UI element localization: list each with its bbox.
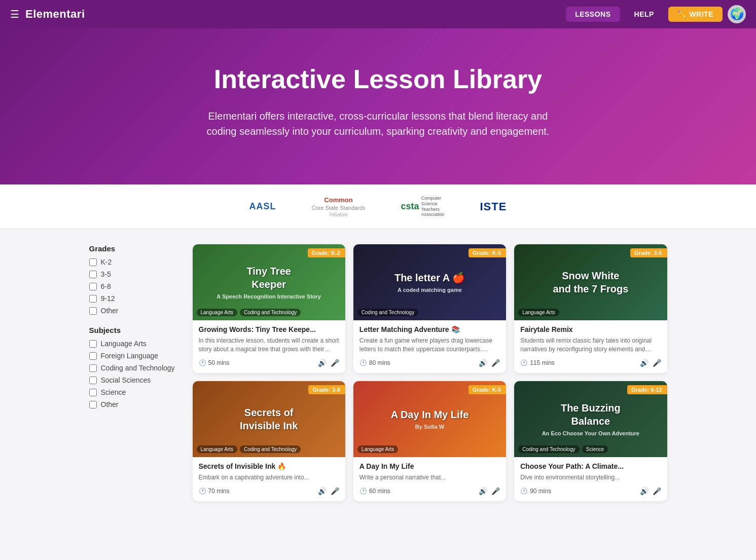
- subject-checkbox-science[interactable]: [89, 389, 97, 396]
- card-title: Choose Your Path: A Climate...: [520, 462, 661, 470]
- card-footer: 🕐 60 mins 🔊 🎤: [359, 487, 500, 495]
- mic-icon[interactable]: 🎤: [491, 359, 500, 367]
- lesson-card-day-in-my-life[interactable]: A Day In My Life By Sofia W Grade: K-5 L…: [353, 381, 506, 501]
- card-footer: 🕐 50 mins 🔊 🎤: [199, 359, 339, 367]
- grade-filter-item-3-5[interactable]: 3-5: [89, 270, 181, 278]
- card-body: A Day In My Life Write a personal narrat…: [353, 457, 506, 501]
- grade-filter-item-k2[interactable]: K-2: [89, 258, 181, 266]
- navbar: ☰ Elementari LESSONS HELP ✏️ WRITE 🌍: [0, 0, 756, 28]
- card-action-icons: 🔊 🎤: [640, 359, 661, 367]
- subject-filter-item-science[interactable]: Science: [89, 388, 181, 396]
- subject-filter-item-other-subject[interactable]: Other: [89, 400, 181, 408]
- card-thumbnail: The letter A 🍎 A coded matching game Gra…: [353, 244, 506, 320]
- grade-filter-item-6-8[interactable]: 6-8: [89, 282, 181, 290]
- tag: Coding and Technology: [357, 309, 418, 316]
- card-description: Write a personal narrative that...: [359, 473, 500, 482]
- subject-checkbox-lang-arts[interactable]: [89, 340, 97, 348]
- mic-icon[interactable]: 🎤: [331, 487, 339, 495]
- lesson-card-invisible-ink[interactable]: Secrets ofInvisible Ink Grade: 3-8 Langu…: [193, 381, 345, 501]
- lesson-card-tiny-tree-keeper[interactable]: Tiny TreeKeeper A Speech Recognition Int…: [193, 244, 345, 373]
- card-time: 🕐 80 mins: [359, 359, 390, 366]
- grade-checkbox-3-5[interactable]: [89, 271, 97, 278]
- lesson-card-letter-matching[interactable]: The letter A 🍎 A coded matching game Gra…: [353, 244, 506, 373]
- card-action-icons: 🔊 🎤: [318, 359, 339, 367]
- avatar[interactable]: 🌍: [728, 5, 746, 23]
- subject-filter-item-foreign-lang[interactable]: Foreign Language: [89, 352, 181, 360]
- grade-filter-item-9-12[interactable]: 9-12: [89, 294, 181, 303]
- lesson-card-fairytale-remix[interactable]: Snow Whiteand the 7 Frogs Grade: 3-5 Lan…: [514, 244, 667, 373]
- card-action-icons: 🔊 🎤: [640, 487, 661, 495]
- subject-label-foreign-lang: Foreign Language: [101, 352, 159, 360]
- card-footer: 🕐 80 mins 🔊 🎤: [359, 359, 500, 367]
- subject-checkbox-social-sci[interactable]: [89, 377, 97, 384]
- navbar-left: ☰ Elementari: [10, 8, 85, 21]
- volume-icon[interactable]: 🔊: [318, 487, 327, 495]
- volume-icon[interactable]: 🔊: [640, 359, 649, 367]
- volume-icon[interactable]: 🔊: [318, 359, 327, 367]
- iste-logo: ISTE: [480, 200, 507, 213]
- card-thumbnail: The BuzzingBalance An Eco Choose Your Ow…: [514, 381, 667, 457]
- help-button[interactable]: HELP: [625, 7, 663, 22]
- lessons-grid: Tiny TreeKeeper A Speech Recognition Int…: [193, 244, 667, 501]
- grade-badge: Grade: K-5: [469, 385, 506, 394]
- hero-section: Interactive Lesson Library Elementari of…: [0, 28, 756, 184]
- tag: Language Arts: [197, 445, 238, 453]
- grade-label-6-8: 6-8: [101, 282, 111, 290]
- grades-filter-group: Grades K-2 3-5 6-8 9-12 Other: [89, 244, 181, 315]
- hamburger-menu-icon[interactable]: ☰: [10, 8, 19, 20]
- grade-label-3-5: 3-5: [101, 270, 111, 278]
- time-value: 80 mins: [369, 359, 390, 366]
- lesson-card-buzzing-balance[interactable]: The BuzzingBalance An Eco Choose Your Ow…: [514, 381, 667, 501]
- subjects-filter-group: Subjects Language Arts Foreign Language …: [89, 326, 181, 408]
- write-button[interactable]: ✏️ WRITE: [668, 7, 723, 22]
- grade-filter-item-other-grade[interactable]: Other: [89, 307, 181, 315]
- volume-icon[interactable]: 🔊: [479, 359, 487, 367]
- card-tags: Language Arts: [518, 309, 559, 316]
- time-value: 70 mins: [208, 488, 230, 495]
- subject-checkbox-coding-tech[interactable]: [89, 364, 97, 372]
- card-tags: Language ArtsCoding and Technology: [197, 445, 301, 453]
- card-thumbnail: Secrets ofInvisible Ink Grade: 3-8 Langu…: [193, 381, 345, 457]
- lessons-button[interactable]: LESSONS: [566, 7, 620, 22]
- card-tags: Coding and TechnologyScience: [518, 445, 608, 453]
- subject-filter-item-lang-arts[interactable]: Language Arts: [89, 340, 181, 348]
- card-thumbnail: Tiny TreeKeeper A Speech Recognition Int…: [193, 244, 345, 320]
- navbar-logo: Elementari: [25, 8, 85, 21]
- time-value: 90 mins: [530, 488, 551, 495]
- grade-checkbox-other-grade[interactable]: [89, 307, 97, 315]
- subject-label-coding-tech: Coding and Technology: [101, 364, 175, 372]
- grade-badge: Grade: 3-5: [630, 248, 667, 257]
- card-body: Choose Your Path: A Climate... Dive into…: [514, 457, 667, 501]
- card-footer: 🕐 70 mins 🔊 🎤: [199, 487, 339, 495]
- mic-icon[interactable]: 🎤: [491, 487, 500, 495]
- subject-checkbox-foreign-lang[interactable]: [89, 352, 97, 360]
- hero-title: Interactive Lesson Library: [20, 64, 736, 94]
- volume-icon[interactable]: 🔊: [640, 487, 649, 495]
- card-time: 🕐 90 mins: [520, 488, 551, 495]
- subject-filter-item-social-sci[interactable]: Social Sciences: [89, 376, 181, 384]
- subject-checkbox-other-subject[interactable]: [89, 401, 97, 408]
- card-title: Growing Words: Tiny Tree Keepe...: [199, 325, 339, 333]
- card-action-icons: 🔊 🎤: [479, 487, 500, 495]
- card-title: Secrets of Invisible Ink 🔥: [199, 462, 339, 470]
- grade-checkbox-k2[interactable]: [89, 258, 97, 266]
- subject-label-lang-arts: Language Arts: [101, 340, 147, 348]
- mic-icon[interactable]: 🎤: [653, 359, 661, 367]
- clock-icon: 🕐: [359, 359, 367, 366]
- mic-icon[interactable]: 🎤: [331, 359, 339, 367]
- card-action-icons: 🔊 🎤: [479, 359, 500, 367]
- sidebar-filters: Grades K-2 3-5 6-8 9-12 Other Subjects L…: [89, 244, 181, 501]
- grade-checkbox-9-12[interactable]: [89, 295, 97, 303]
- main-content: Grades K-2 3-5 6-8 9-12 Other Subjects L…: [74, 229, 682, 521]
- aasl-logo: AASL: [249, 201, 276, 212]
- mic-icon[interactable]: 🎤: [653, 487, 661, 495]
- card-body: Fairytale Remix Students will remix clas…: [514, 320, 667, 373]
- grade-badge: Grade: K-5: [469, 248, 506, 257]
- tag: Language Arts: [197, 309, 238, 316]
- card-body: Letter Matching Adventure 📚 Create a fun…: [353, 320, 506, 373]
- grade-checkbox-6-8[interactable]: [89, 283, 97, 290]
- card-tags: Language ArtsCoding and Technology: [197, 309, 301, 316]
- subject-filter-item-coding-tech[interactable]: Coding and Technology: [89, 364, 181, 372]
- time-value: 60 mins: [369, 488, 390, 495]
- volume-icon[interactable]: 🔊: [479, 487, 487, 495]
